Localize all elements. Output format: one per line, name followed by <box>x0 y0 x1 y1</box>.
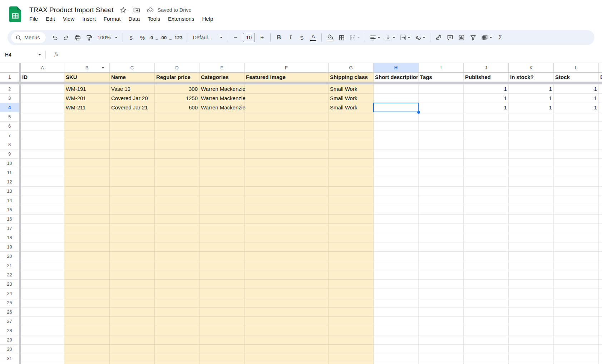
cell-K27[interactable] <box>509 317 554 326</box>
row-header-13[interactable]: 13 <box>0 187 19 196</box>
cell-J15[interactable] <box>464 205 509 215</box>
cell-H4[interactable] <box>374 103 419 112</box>
menu-format[interactable]: Format <box>100 15 125 23</box>
cell-L24[interactable] <box>554 289 599 298</box>
cell-J27[interactable] <box>464 317 509 326</box>
borders-button[interactable] <box>336 32 347 43</box>
column-header-J[interactable]: J <box>464 63 509 73</box>
cell-I28[interactable] <box>419 326 464 335</box>
cell-M5[interactable] <box>599 112 602 122</box>
cell-C10[interactable] <box>110 159 155 168</box>
cell-G10[interactable] <box>329 159 374 168</box>
cell-M14[interactable] <box>599 196 602 205</box>
name-box[interactable]: H4 <box>0 46 45 63</box>
column-header-C[interactable]: C <box>110 63 155 73</box>
cell-D9[interactable] <box>155 149 199 159</box>
cell-L1[interactable]: Stock <box>554 73 599 82</box>
row-header-4[interactable]: 4 <box>0 103 19 112</box>
cell-E18[interactable] <box>199 233 245 242</box>
cell-A5[interactable] <box>21 112 64 122</box>
cell-J2[interactable]: 1 <box>464 84 509 94</box>
currency-format-button[interactable]: $ <box>126 32 137 43</box>
cell-L25[interactable] <box>554 298 599 308</box>
text-wrapping-button[interactable] <box>398 32 412 43</box>
cell-M15[interactable] <box>599 205 602 215</box>
cell-D20[interactable] <box>155 252 199 261</box>
cell-F26[interactable] <box>245 308 329 317</box>
cell-K10[interactable] <box>509 159 554 168</box>
cell-E7[interactable] <box>199 131 245 140</box>
cell-C23[interactable] <box>110 280 155 289</box>
cell-H2[interactable] <box>374 84 419 94</box>
cell-M20[interactable] <box>599 252 602 261</box>
cell-B1[interactable]: SKU <box>64 73 110 82</box>
cell-K7[interactable] <box>509 131 554 140</box>
menu-insert[interactable]: Insert <box>78 15 100 23</box>
cell-D1[interactable]: Regular price <box>155 73 199 82</box>
cell-A25[interactable] <box>21 298 64 308</box>
cell-C28[interactable] <box>110 326 155 335</box>
cell-G16[interactable] <box>329 215 374 224</box>
cell-A1[interactable]: ID <box>21 73 64 82</box>
cell-M10[interactable] <box>599 159 602 168</box>
cell-E17[interactable] <box>199 224 245 233</box>
cell-J29[interactable] <box>464 335 509 345</box>
cell-D4[interactable]: 600 <box>155 103 199 112</box>
cell-D15[interactable] <box>155 205 199 215</box>
cell-D17[interactable] <box>155 224 199 233</box>
cell-A8[interactable] <box>21 140 64 149</box>
column-header-G[interactable]: G <box>329 63 374 73</box>
cell-I17[interactable] <box>419 224 464 233</box>
cell-B14[interactable] <box>64 196 110 205</box>
cell-F23[interactable] <box>245 280 329 289</box>
cell-M7[interactable] <box>599 131 602 140</box>
row-header-12[interactable]: 12 <box>0 177 19 187</box>
cell-I25[interactable] <box>419 298 464 308</box>
cell-B18[interactable] <box>64 233 110 242</box>
cell-G26[interactable] <box>329 308 374 317</box>
cell-H24[interactable] <box>374 289 419 298</box>
column-header-K[interactable]: K <box>509 63 554 73</box>
cell-M23[interactable] <box>599 280 602 289</box>
cell-G29[interactable] <box>329 335 374 345</box>
cell-A31[interactable] <box>21 354 64 363</box>
row-header-2[interactable]: 2 <box>0 84 19 94</box>
cell-D26[interactable] <box>155 308 199 317</box>
fill-color-button[interactable] <box>325 32 335 43</box>
row-header-28[interactable]: 28 <box>0 326 19 335</box>
cell-K28[interactable] <box>509 326 554 335</box>
cell-E28[interactable] <box>199 326 245 335</box>
cell-H31[interactable] <box>374 354 419 363</box>
cell-D27[interactable] <box>155 317 199 326</box>
cell-C30[interactable] <box>110 345 155 354</box>
cell-J25[interactable] <box>464 298 509 308</box>
cell-B9[interactable] <box>64 149 110 159</box>
cell-J21[interactable] <box>464 261 509 270</box>
column-header-L[interactable]: L <box>554 63 599 73</box>
cell-K31[interactable] <box>509 354 554 363</box>
cell-D30[interactable] <box>155 345 199 354</box>
cell-J3[interactable]: 1 <box>464 94 509 103</box>
cell-H3[interactable] <box>374 94 419 103</box>
row-header-30[interactable]: 30 <box>0 345 19 354</box>
cell-H23[interactable] <box>374 280 419 289</box>
cell-I10[interactable] <box>419 159 464 168</box>
saved-status[interactable]: Saved to Drive <box>147 6 192 14</box>
cell-M2[interactable] <box>599 84 602 94</box>
cell-K21[interactable] <box>509 261 554 270</box>
cell-F10[interactable] <box>245 159 329 168</box>
cell-J10[interactable] <box>464 159 509 168</box>
cell-J24[interactable] <box>464 289 509 298</box>
cell-K12[interactable] <box>509 177 554 187</box>
cell-C1[interactable]: Name <box>110 73 155 82</box>
cell-K29[interactable] <box>509 335 554 345</box>
cell-G12[interactable] <box>329 177 374 187</box>
cell-H30[interactable] <box>374 345 419 354</box>
cell-E8[interactable] <box>199 140 245 149</box>
cell-F28[interactable] <box>245 326 329 335</box>
cell-D23[interactable] <box>155 280 199 289</box>
cell-E11[interactable] <box>199 168 245 177</box>
row-header-31[interactable]: 31 <box>0 354 19 363</box>
cell-M8[interactable] <box>599 140 602 149</box>
column-header-D[interactable]: D <box>155 63 199 73</box>
